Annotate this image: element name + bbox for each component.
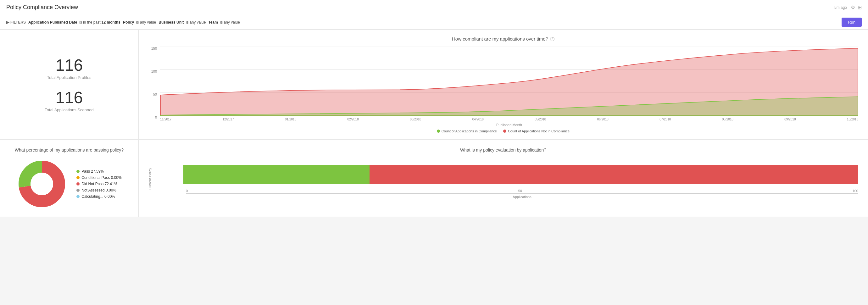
donut-chart-title: What percentage of my applications are p… bbox=[10, 148, 129, 152]
legend-calculating-text: Calculating... 0.00% bbox=[82, 194, 115, 199]
stats-panel: 116 Total Application Profiles 116 Total… bbox=[0, 30, 138, 140]
legend-pass: Pass 27.59% bbox=[76, 169, 121, 174]
bar-green-segment bbox=[183, 165, 370, 184]
header: Policy Compliance Overview 5m ago ⚙ ⊞ bbox=[0, 0, 868, 15]
donut-chart-panel: What percentage of my applications are p… bbox=[0, 140, 138, 217]
compliance-chart-area bbox=[160, 47, 858, 116]
legend-not-compliant-label: Count of Applications Not in Compliance bbox=[508, 129, 569, 133]
run-button[interactable]: Run bbox=[842, 18, 862, 27]
x-axis-labels: 11/2017 12/2017 01/2018 02/2018 03/2018 … bbox=[160, 116, 858, 122]
bar-segments bbox=[183, 165, 858, 184]
legend-did-not-pass-text: Did Not Pass 72.41% bbox=[82, 182, 117, 186]
legend-pass-text: Pass 27.59% bbox=[82, 169, 104, 174]
filter-field-1: Application Published Date bbox=[28, 20, 77, 25]
legend-conditional-text: Conditional Pass 0.00% bbox=[82, 176, 121, 180]
filter-item-2: Policy is any value bbox=[123, 20, 156, 25]
filters-bar: ▶ FILTERS Application Published Date is … bbox=[0, 15, 868, 30]
donut-svg bbox=[17, 159, 67, 209]
dashboard: 116 Total Application Profiles 116 Total… bbox=[0, 30, 868, 217]
bar-chart-title: What is my policy evaluation by applicat… bbox=[148, 148, 858, 152]
compliance-chart-legend: Count of Applications in Compliance Coun… bbox=[148, 129, 858, 133]
legend-not-compliant-dot bbox=[503, 129, 506, 133]
compliance-chart-title: How compliant are my applications over t… bbox=[148, 36, 858, 41]
total-profiles-label: Total Application Profiles bbox=[47, 75, 92, 80]
legend-not-assessed-text: Not Assessed 0.00% bbox=[82, 188, 116, 192]
filters-arrow: ▶ bbox=[6, 20, 9, 25]
legend-conditional-dot bbox=[76, 176, 80, 179]
legend-pass-dot bbox=[76, 170, 80, 173]
legend-did-not-pass-dot bbox=[76, 182, 80, 185]
legend-did-not-pass: Did Not Pass 72.41% bbox=[76, 182, 121, 186]
bar-chart-container: Current Policy — — — — 0 50 100 bbox=[148, 159, 858, 199]
bar-y-axis-label: Current Policy bbox=[148, 168, 152, 190]
header-icons: ⚙ ⊞ bbox=[851, 4, 862, 10]
bar-x-axis-labels: 0 50 100 bbox=[186, 189, 858, 193]
legend-calculating: Calculating... 0.00% bbox=[76, 194, 121, 199]
filter-field-4: Team bbox=[208, 20, 218, 25]
legend-calculating-dot bbox=[76, 195, 80, 198]
filters-label-text: FILTERS bbox=[10, 20, 26, 25]
donut-content: Pass 27.59% Conditional Pass 0.00% Did N… bbox=[10, 159, 129, 209]
filter-item-4: Team is any value bbox=[208, 20, 240, 25]
legend-compliant-dot bbox=[437, 129, 440, 133]
legend-not-assessed-dot bbox=[76, 189, 80, 192]
legend-compliant: Count of Applications in Compliance bbox=[437, 129, 497, 133]
total-scanned-count: 116 bbox=[45, 89, 93, 105]
header-right: 5m ago ⚙ ⊞ bbox=[834, 4, 862, 10]
legend-not-assessed: Not Assessed 0.00% bbox=[76, 188, 121, 192]
bar-chart-inner: — — — — 0 50 100 Applications bbox=[156, 159, 858, 199]
filters-toggle[interactable]: ▶ FILTERS bbox=[6, 20, 26, 25]
bar-row: — — — — bbox=[156, 165, 858, 184]
bar-chart-panel: What is my policy evaluation by applicat… bbox=[138, 140, 868, 217]
timestamp: 5m ago bbox=[834, 5, 847, 10]
bar-row-label: — — — — bbox=[156, 173, 181, 176]
compliance-chart-info-icon[interactable]: ? bbox=[550, 37, 554, 41]
legend-not-compliant: Count of Applications Not in Compliance bbox=[503, 129, 569, 133]
total-profiles-block: 116 Total Application Profiles bbox=[47, 57, 92, 80]
bar-red-segment bbox=[370, 165, 858, 184]
compliance-chart-svg bbox=[160, 47, 858, 116]
bar-x-axis-line bbox=[186, 193, 858, 194]
legend-compliant-label: Count of Applications in Compliance bbox=[441, 129, 497, 133]
legend-conditional-pass: Conditional Pass 0.00% bbox=[76, 176, 121, 180]
bar-x-axis-title: Applications bbox=[186, 195, 858, 199]
donut-legend: Pass 27.59% Conditional Pass 0.00% Did N… bbox=[76, 169, 121, 199]
filter-item-3: Business Unit is any value bbox=[158, 20, 206, 25]
settings-icon[interactable]: ⚙ bbox=[851, 4, 855, 10]
grid-icon[interactable]: ⊞ bbox=[858, 4, 862, 10]
total-profiles-count: 116 bbox=[47, 57, 92, 73]
filter-value-1: 12 months bbox=[101, 20, 120, 25]
total-scanned-label: Total Applications Scanned bbox=[45, 108, 93, 112]
total-scanned-block: 116 Total Applications Scanned bbox=[45, 89, 93, 112]
filter-item-1: Application Published Date is in the pas… bbox=[28, 20, 120, 25]
compliance-chart-panel: How compliant are my applications over t… bbox=[138, 30, 868, 140]
y-axis-labels: 0 50 100 150 bbox=[148, 47, 157, 127]
x-axis-title: Published Month bbox=[160, 123, 858, 127]
filter-field-2: Policy bbox=[123, 20, 134, 25]
page-title: Policy Compliance Overview bbox=[6, 4, 78, 11]
donut-svg-wrap bbox=[17, 159, 67, 209]
filter-field-3: Business Unit bbox=[158, 20, 184, 25]
donut-hole bbox=[31, 173, 53, 195]
